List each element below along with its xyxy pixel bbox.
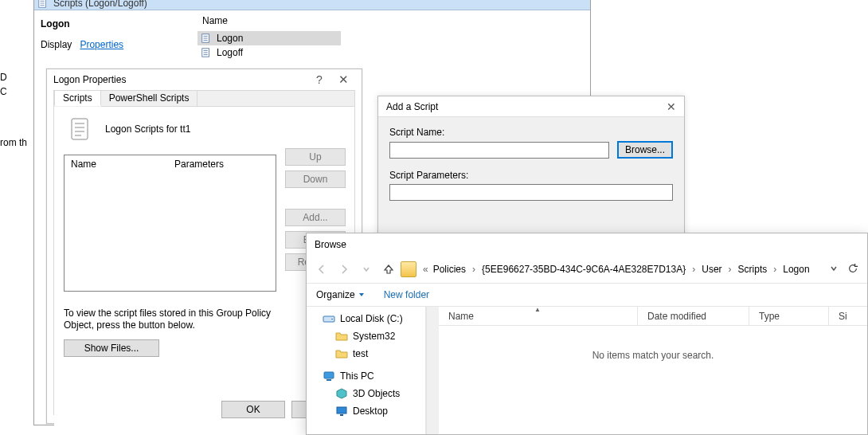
nav-bar: « Policies› {5EE96627-35BD-434C-9C6A-4AE… (307, 256, 867, 283)
folder-tree[interactable]: Local Disk (C:) System32 test This PC 3D… (307, 307, 426, 434)
tree-label: Desktop (353, 406, 388, 417)
svg-rect-6 (72, 119, 88, 139)
truncated-text: rom th (0, 137, 27, 148)
svg-rect-12 (340, 414, 343, 416)
tree-label: test (353, 348, 368, 359)
help-button[interactable]: ? (307, 73, 331, 86)
tabs: Scripts PowerShell Scripts (54, 91, 354, 107)
script-name-input[interactable] (389, 142, 609, 159)
tree-label: System32 (353, 331, 395, 342)
script-params-input[interactable] (389, 184, 673, 201)
script-item-logon[interactable]: Logon (197, 31, 341, 45)
up-button[interactable]: Up (285, 148, 346, 166)
browse-button[interactable]: Browse... (617, 141, 673, 159)
sort-indicator-icon: ▲ (534, 306, 541, 313)
script-name-label: Script Name: (389, 127, 673, 138)
tree-label: This PC (340, 370, 374, 382)
script-icon (201, 47, 212, 58)
pc-icon (323, 370, 335, 382)
add-script-titlebar: Add a Script ✕ (378, 96, 684, 117)
browse-dialog: Browse « Policies› {5EE96627-35BD-434C-9… (306, 233, 868, 435)
close-button[interactable]: ✕ (667, 100, 676, 113)
crumb-overflow[interactable]: « (418, 264, 428, 275)
script-large-icon (68, 116, 94, 142)
tree-label: 3D Objects (353, 388, 400, 399)
add-script-dialog: Add a Script ✕ Script Name: Browse... Sc… (377, 96, 685, 245)
browse-toolbar: Organize New folder (307, 283, 867, 307)
folder-icon (335, 330, 348, 343)
tree-item-3dobjects[interactable]: 3D Objects (307, 385, 425, 402)
refresh-button[interactable] (843, 263, 862, 276)
breadcrumb[interactable]: User (698, 264, 725, 275)
tree-label: Local Disk (C:) (340, 313, 403, 324)
desktop-icon (335, 405, 348, 417)
help-text: To view the script files stored in this … (64, 308, 303, 331)
dialog-title: Logon Properties (53, 74, 126, 85)
tree-item-thispc[interactable]: This PC (307, 367, 425, 385)
scripts-heading: Logon (41, 18, 191, 29)
display-label: Display (41, 39, 72, 50)
listbox-col-params: Parameters (168, 155, 230, 291)
tree-item-desktop[interactable]: Desktop (307, 402, 425, 420)
tab-scripts[interactable]: Scripts (54, 90, 101, 106)
svg-rect-9 (324, 372, 334, 378)
chevron-right-icon: › (727, 264, 733, 275)
show-files-button[interactable]: Show Files... (64, 339, 159, 357)
add-button[interactable]: Add... (285, 209, 346, 226)
script-icon (201, 33, 212, 44)
chevron-right-icon: › (471, 264, 477, 275)
truncated-text: D (0, 70, 7, 84)
breadcrumb[interactable]: Scripts (735, 264, 771, 275)
truncated-text: C (0, 84, 7, 99)
chevron-right-icon: › (772, 264, 778, 275)
script-listbox[interactable]: Name Parameters (64, 155, 276, 292)
scripts-titlebar: Scripts (Logon/Logoff) (34, 0, 590, 10)
up-button[interactable] (378, 259, 399, 280)
col-size[interactable]: Si (829, 307, 867, 325)
properties-link[interactable]: Properties (80, 39, 123, 50)
listbox-col-name: Name (65, 155, 168, 291)
tree-item-system32[interactable]: System32 (307, 327, 425, 345)
folder-icon (401, 261, 416, 277)
recent-dropdown[interactable] (356, 259, 377, 280)
tab-powershell[interactable]: PowerShell Scripts (101, 91, 198, 107)
properties-heading: Logon Scripts for tt1 (105, 123, 190, 135)
address-dropdown[interactable] (826, 264, 842, 275)
disk-icon (323, 312, 335, 325)
empty-message: No items match your search. (439, 326, 867, 361)
scripts-col-name: Name (197, 15, 590, 31)
col-date[interactable]: Date modified (638, 307, 749, 325)
chevron-right-icon: › (690, 264, 697, 275)
folder-icon (335, 347, 348, 360)
tree-item-test[interactable]: test (307, 345, 425, 362)
dialog-title: Add a Script (386, 101, 438, 112)
file-list[interactable]: ▲ Name Date modified Type Si No items ma… (439, 307, 867, 434)
breadcrumb[interactable]: Logon (780, 264, 812, 275)
organize-menu[interactable]: Organize (316, 289, 365, 300)
script-item-label: Logon (217, 33, 243, 44)
svg-rect-11 (337, 407, 346, 413)
tree-item-localdisk[interactable]: Local Disk (C:) (307, 310, 425, 327)
forward-button[interactable] (334, 259, 354, 280)
breadcrumb[interactable]: {5EE96627-35BD-434C-9C6A-4AE328E7D13A} (479, 264, 689, 275)
tree-scrollbar[interactable] (426, 307, 439, 434)
scripts-title: Scripts (Logon/Logoff) (53, 0, 147, 9)
svg-rect-10 (326, 379, 331, 381)
browse-title: Browse (307, 233, 867, 256)
ok-button[interactable]: OK (221, 401, 285, 418)
3d-icon (335, 387, 348, 400)
script-item-logoff[interactable]: Logoff (197, 45, 341, 60)
close-button[interactable]: ✕ (331, 72, 355, 87)
logon-properties-titlebar: Logon Properties ? ✕ (47, 69, 362, 90)
svg-rect-8 (331, 319, 333, 319)
down-button[interactable]: Down (285, 170, 346, 188)
script-item-label: Logoff (217, 47, 243, 58)
scripts-title-icon (37, 0, 49, 9)
back-button[interactable] (311, 259, 332, 280)
new-folder-button[interactable]: New folder (384, 289, 429, 300)
breadcrumb[interactable]: Policies (430, 264, 469, 275)
script-params-label: Script Parameters: (389, 170, 673, 181)
col-type[interactable]: Type (749, 307, 829, 325)
